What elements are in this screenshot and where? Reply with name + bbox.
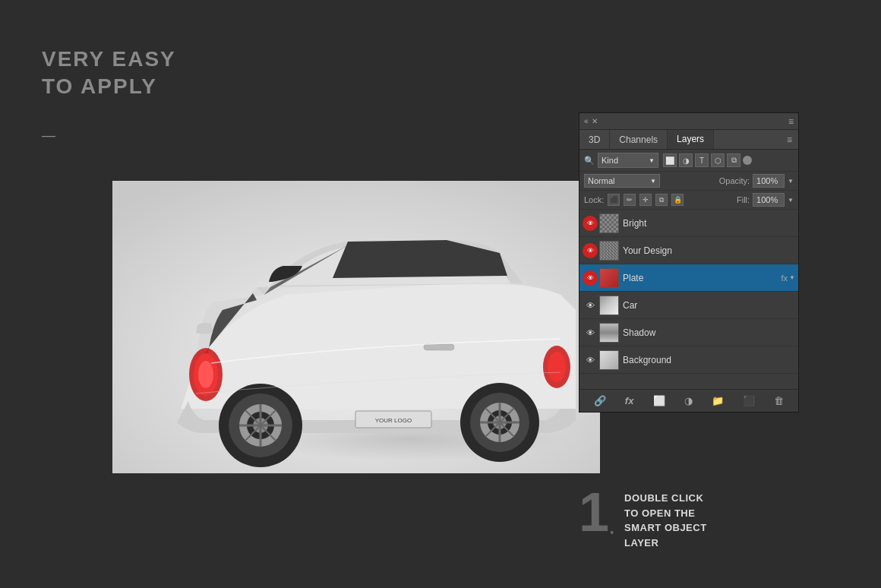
headline-line2: TO APPLY [42,73,176,100]
step-text-line2: TO OPEN THE [624,506,707,521]
ps-eye-plate[interactable]: 👁 [583,270,598,286]
ps-new-layer-icon[interactable]: ⬛ [740,394,758,408]
ps-titlebar: « ✕ ≡ [579,113,798,130]
ps-opacity-label: Opacity: [719,176,750,185]
step-text: DOUBLE CLICK TO OPEN THE SMART OBJECT LA… [624,485,707,550]
ps-mask-icon[interactable]: ⬜ [650,394,668,408]
layer-your-design-name: Your Design [623,245,795,256]
ps-eye-bright[interactable]: 👁 [583,216,598,231]
ps-kind-select[interactable]: Kind ▼ [598,153,658,168]
ps-panel: « ✕ ≡ 3D Channels Layers ≡ 🔍 Kind ▼ ⬜ ◑ … [579,112,799,413]
step-area: 1 DOUBLE CLICK TO OPEN THE SMART OBJECT … [579,485,867,550]
ps-fx-icon[interactable]: fx [622,394,637,408]
ps-opacity-value[interactable]: 100% [753,174,785,188]
ps-fill-value[interactable]: 100% [753,193,785,207]
ps-lock-paint-btn[interactable]: ✏ [624,194,636,206]
ps-thumb-shadow [599,323,619,343]
ps-tab-menu[interactable]: ≡ [781,130,798,149]
step-text-line1: DOUBLE CLICK [624,491,707,506]
headline-dash: — [42,128,55,144]
ps-titlebar-controls[interactable]: « ✕ [584,117,598,125]
ps-tabs: 3D Channels Layers ≡ [579,130,798,150]
ps-eye-background[interactable]: 👁 [583,352,598,368]
ps-kind-shape-icon[interactable]: ⬡ [711,153,725,167]
ps-bottom-bar: 🔗 fx ⬜ ◑ 📁 ⬛ 🗑 [579,389,798,412]
headline-line1: VERY EASY [42,46,176,73]
svg-rect-27 [424,344,454,350]
ps-fill-row: Fill: 100% ▼ [737,193,794,207]
layer-shadow-name: Shadow [623,327,795,338]
ps-folder-icon[interactable]: 📁 [709,394,727,408]
ps-lock-row: Lock: ⬛ ✏ ✛ ⧉ 🔒 Fill: 100% ▼ [579,191,798,210]
ps-thumb-plate [599,268,619,288]
ps-fill-label: Fill: [737,195,750,204]
ps-opacity-row: Opacity: 100% ▼ [719,174,794,188]
ps-layers-list: 👁 Bright 👁 Your Design 👁 Pl [579,210,798,389]
ps-thumb-background [599,350,619,370]
ps-link-icon[interactable]: 🔗 [591,394,609,408]
ps-kind-smart-icon[interactable]: ⧉ [727,153,740,167]
ps-blend-row: Normal ▼ Opacity: 100% ▼ [579,172,798,191]
ps-thumb-car [599,296,619,315]
ps-kind-circle-icon[interactable] [743,156,752,165]
ps-blend-select[interactable]: Normal ▼ [584,174,660,188]
ps-thumb-bright [599,213,619,233]
ps-thumb-your-design [599,241,619,261]
ps-opacity-arrow: ▼ [788,178,794,185]
layer-background[interactable]: 👁 Background [579,346,798,374]
ps-search-icon: 🔍 [584,156,595,166]
step-text-line3: SMART OBJECT [624,520,707,536]
layer-bright[interactable]: 👁 Bright [579,210,798,237]
layer-bright-name: Bright [623,218,795,229]
tab-3d[interactable]: 3D [579,130,610,149]
ps-kind-icons: ⬜ ◑ T ⬡ ⧉ [663,153,752,167]
car-image-area: YOUR LOGO [112,181,600,473]
ps-eye-shadow[interactable]: 👁 [583,325,598,340]
ps-lock-label: Lock: [584,195,604,204]
layer-your-design[interactable]: 👁 Your Design [579,237,798,264]
layer-plate[interactable]: 👁 Plate fx ▼ [579,264,798,292]
ps-kind-adjust-icon[interactable]: ◑ [679,153,693,167]
ps-kind-pixel-icon[interactable]: ⬜ [663,153,677,167]
layer-shadow[interactable]: 👁 Shadow [579,319,798,346]
svg-point-6 [548,352,566,382]
step-text-line4: LAYER [624,536,707,551]
ps-close-icon[interactable]: ✕ [592,117,598,125]
ps-layer-plate-fx: fx ▼ [782,273,795,283]
tab-channels[interactable]: Channels [610,130,668,149]
layer-car-name: Car [623,300,795,311]
car-illustration: YOUR LOGO [112,181,600,473]
headline: VERY EASY TO APPLY [42,46,176,101]
ps-eye-car[interactable]: 👁 [583,298,598,313]
ps-fill-arrow: ▼ [788,197,794,204]
tab-layers[interactable]: Layers [668,130,714,149]
ps-delete-icon[interactable]: 🗑 [771,394,787,408]
ps-lock-pixels-btn[interactable]: ⬛ [608,194,620,206]
svg-point-4 [198,361,213,388]
ps-eye-your-design[interactable]: 👁 [583,243,598,258]
ps-lock-all-btn[interactable]: 🔒 [671,194,684,206]
ps-adjustment-icon[interactable]: ◑ [681,394,696,408]
layer-car[interactable]: 👁 Car [579,292,798,319]
svg-text:YOUR LOGO: YOUR LOGO [375,417,412,424]
layer-plate-name: Plate [623,273,778,283]
ps-lock-artboard-btn[interactable]: ⧉ [655,194,668,206]
step-number: 1 [579,485,609,539]
layer-background-name: Background [623,355,795,365]
ps-lock-move-btn[interactable]: ✛ [639,194,652,206]
ps-kind-row: 🔍 Kind ▼ ⬜ ◑ T ⬡ ⧉ [579,150,798,172]
ps-menu-icon[interactable]: ≡ [788,116,794,127]
ps-collapse-icon[interactable]: « [584,117,589,125]
ps-kind-type-icon[interactable]: T [695,153,709,167]
